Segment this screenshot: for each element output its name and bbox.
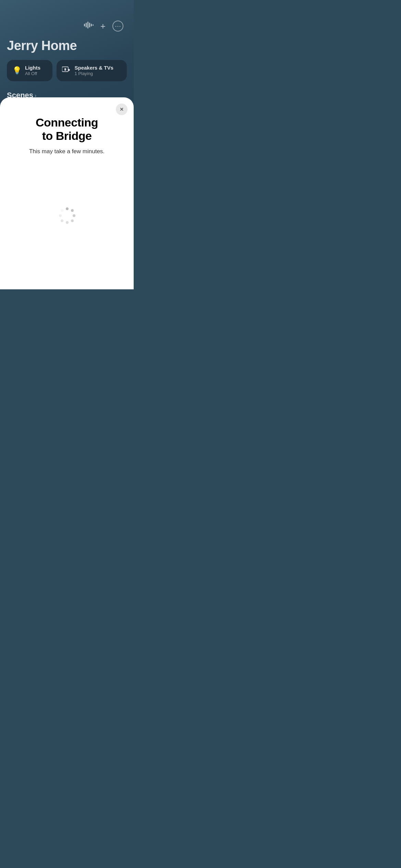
svg-point-9 xyxy=(66,207,69,210)
svg-point-10 xyxy=(71,209,74,212)
spinner-wrapper xyxy=(58,155,75,276)
svg-point-11 xyxy=(73,214,75,217)
svg-point-12 xyxy=(71,219,74,222)
modal-title: Connectingto Bridge xyxy=(36,116,98,143)
modal-subtitle: This may take a few minutes. xyxy=(29,148,105,155)
modal-close-button[interactable]: ✕ xyxy=(116,104,127,115)
loading-spinner xyxy=(58,207,75,224)
svg-point-14 xyxy=(61,219,63,222)
modal-overlay: ✕ Connectingto Bridge This may take a fe… xyxy=(0,0,134,289)
svg-point-13 xyxy=(66,221,69,224)
svg-point-16 xyxy=(61,209,63,212)
svg-point-15 xyxy=(59,214,62,217)
connecting-modal: ✕ Connectingto Bridge This may take a fe… xyxy=(0,97,134,289)
